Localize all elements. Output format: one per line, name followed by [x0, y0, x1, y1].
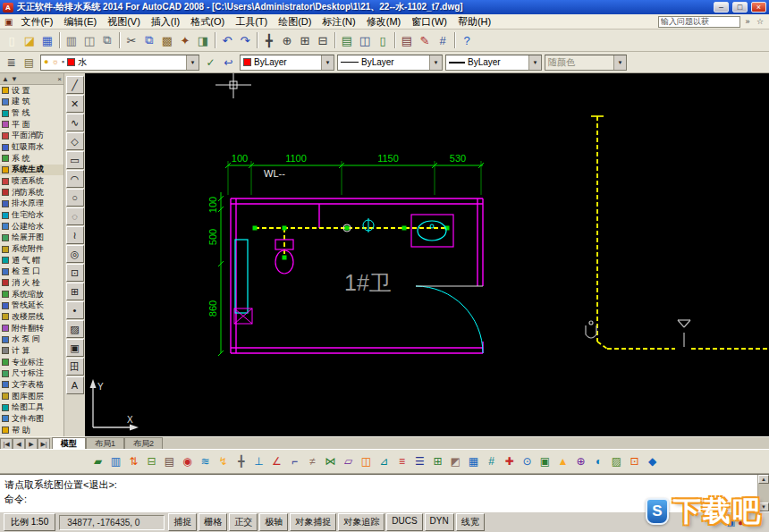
cut-icon[interactable]: ✂ [123, 31, 140, 49]
bottom-tool-icon-13[interactable]: ≠ [304, 452, 321, 470]
sidebar-item-22[interactable]: 水 泵 间 [0, 334, 63, 345]
menu-item-6[interactable]: 绘图(D) [273, 14, 317, 30]
tray-icon-2[interactable]: ● [738, 518, 743, 528]
sidebar-item-18[interactable]: 系统缩放 [0, 289, 63, 300]
status-toggle-5[interactable]: 对象追踪 [338, 513, 384, 531]
menu-scroll-down-icon[interactable]: ▼ [11, 75, 18, 83]
revision-cloud-icon[interactable]: ◌ [66, 207, 84, 225]
maximize-button[interactable]: □ [732, 2, 748, 13]
text-tool-icon[interactable]: A [66, 376, 84, 394]
bottom-tool-icon-10[interactable]: ⊥ [250, 452, 267, 470]
sidebar-item-16[interactable]: 检 查 口 [0, 266, 63, 278]
scale-control[interactable]: 比例 1:50 [4, 513, 55, 531]
menu-item-3[interactable]: 插入(I) [146, 14, 185, 30]
scroll-track[interactable] [758, 484, 769, 502]
sidebar-item-14[interactable]: 系统附件 [0, 243, 63, 255]
sidebar-item-20[interactable]: 改楼层线 [0, 311, 63, 323]
layer-properties-icon[interactable]: ≣ [3, 54, 20, 71]
copy-icon[interactable]: ⧉ [140, 31, 158, 49]
plot-icon[interactable]: ▥ [63, 31, 80, 49]
bottom-tool-icon-8[interactable]: ↯ [215, 452, 232, 470]
bottom-tool-icon-7[interactable]: ≋ [197, 452, 214, 470]
menu-item-9[interactable]: 窗口(W) [406, 14, 452, 30]
status-toggle-8[interactable]: 线宽 [456, 513, 485, 531]
bottom-tool-icon-15[interactable]: ▱ [340, 452, 357, 470]
make-block-icon[interactable]: ⊞ [66, 283, 84, 300]
bottom-tool-icon-26[interactable]: ▣ [537, 452, 554, 470]
tab-nav-1[interactable]: ◀ [13, 438, 25, 449]
bottom-tool-icon-22[interactable]: ▦ [465, 452, 482, 470]
xline-tool-icon[interactable]: ✕ [66, 95, 84, 113]
lineweight-dropdown[interactable]: ByLayer ▼ [445, 55, 542, 71]
color-dropdown-arrow[interactable]: ▼ [321, 55, 334, 70]
menu-item-7[interactable]: 标注(N) [317, 14, 360, 30]
layer-freeze-icon[interactable]: ☼ [51, 58, 58, 66]
bottom-tool-icon-32[interactable]: ◆ [644, 452, 661, 470]
sidebar-item-15[interactable]: 通 气 帽 [0, 255, 63, 266]
help-search-input[interactable] [658, 16, 740, 28]
status-toggle-6[interactable]: DUCS [386, 513, 422, 531]
status-toggle-1[interactable]: 栅格 [199, 513, 227, 531]
layout-tab-1[interactable]: 布局1 [86, 437, 124, 449]
layer-previous-icon[interactable]: ↩ [220, 54, 237, 71]
status-toggle-2[interactable]: 正交 [229, 513, 258, 531]
sidebar-item-1[interactable]: 建 筑 [0, 97, 63, 108]
bottom-tool-icon-24[interactable]: ✚ [501, 452, 518, 470]
rectangle-tool-icon[interactable]: ▭ [66, 151, 84, 169]
redo-icon[interactable]: ↷ [236, 31, 254, 49]
sidebar-item-11[interactable]: 住宅给水 [0, 209, 63, 221]
sidebar-item-26[interactable]: 文字表格 [0, 379, 63, 391]
sidebar-item-25[interactable]: 尺寸标注 [0, 367, 63, 379]
insert-block-icon[interactable]: ⊡ [66, 264, 84, 282]
bottom-tool-icon-6[interactable]: ◉ [179, 452, 196, 470]
plotstyle-dropdown[interactable]: 随颜色 ▼ [545, 55, 627, 71]
menu-scroll-up-icon[interactable]: ▲ [2, 75, 9, 83]
line-tool-icon[interactable]: ╱ [66, 76, 84, 94]
status-toggle-7[interactable]: DYN [425, 513, 454, 531]
bottom-tool-icon-12[interactable]: ⌐ [286, 452, 303, 470]
sidebar-item-23[interactable]: 计 算 [0, 345, 63, 357]
status-toggle-4[interactable]: 对象捕捉 [290, 513, 336, 531]
lineweight-dropdown-arrow[interactable]: ▼ [528, 55, 541, 70]
polygon-tool-icon[interactable]: ◇ [66, 132, 84, 150]
zoom-previous-icon[interactable]: ⊟ [314, 31, 332, 49]
bottom-tool-icon-17[interactable]: ⊿ [376, 452, 393, 470]
sidebar-item-30[interactable]: 帮 助 [0, 425, 63, 436]
properties-icon[interactable]: ▤ [338, 31, 356, 49]
menu-item-10[interactable]: 帮助(H) [452, 14, 496, 30]
spline-tool-icon[interactable]: ≀ [66, 226, 84, 244]
close-button[interactable]: × [751, 2, 766, 13]
tab-nav-2[interactable]: ▶ [25, 438, 38, 449]
sidebar-item-2[interactable]: 管 线 [0, 107, 63, 119]
layer-on-icon[interactable]: ● [44, 58, 48, 66]
minimize-button[interactable]: – [714, 2, 729, 13]
bottom-tool-icon-11[interactable]: ∠ [268, 452, 285, 470]
status-toggle-0[interactable]: 捕捉 [168, 513, 197, 531]
zoom-window-icon[interactable]: ⊞ [296, 31, 314, 49]
sidebar-item-9[interactable]: 消防系统 [0, 187, 63, 198]
plotstyle-dropdown-arrow[interactable]: ▼ [613, 55, 626, 70]
ellipse-tool-icon[interactable]: ◎ [66, 245, 84, 263]
tray-icon-3[interactable]: ◆ [746, 518, 753, 528]
sidebar-item-27[interactable]: 图库图层 [0, 391, 63, 402]
linetype-dropdown-arrow[interactable]: ▼ [429, 55, 442, 70]
bottom-tool-icon-3[interactable]: ⇅ [125, 452, 142, 470]
bottom-tool-icon-19[interactable]: ☰ [411, 452, 428, 470]
sidebar-item-5[interactable]: 虹吸雨水 [0, 141, 63, 153]
command-line-area[interactable]: 请点取系统图位置<退出>: 命令: ▲ ▼ [0, 474, 769, 511]
linetype-dropdown[interactable]: ByLayer ▼ [337, 55, 443, 71]
menu-close-icon[interactable]: × [57, 75, 62, 83]
sidebar-item-8[interactable]: 喷洒系统 [0, 175, 63, 187]
bottom-tool-icon-27[interactable]: ▲ [554, 452, 571, 470]
bottom-tool-icon-31[interactable]: ⊡ [626, 452, 643, 470]
publish-icon[interactable]: ⧉ [98, 31, 116, 49]
tab-nav-0[interactable]: |◀ [0, 438, 13, 449]
layout-tab-2[interactable]: 布局2 [124, 437, 163, 449]
markup-set-manager-icon[interactable]: ✎ [416, 31, 434, 49]
bottom-tool-icon-21[interactable]: ◩ [447, 452, 464, 470]
sidebar-item-12[interactable]: 公建给水 [0, 221, 63, 232]
color-dropdown[interactable]: ByLayer ▼ [240, 55, 334, 71]
circle-tool-icon[interactable]: ○ [66, 189, 84, 207]
tray-icon-1[interactable]: ▣ [727, 518, 735, 528]
design-center-icon[interactable]: ◫ [356, 31, 374, 49]
